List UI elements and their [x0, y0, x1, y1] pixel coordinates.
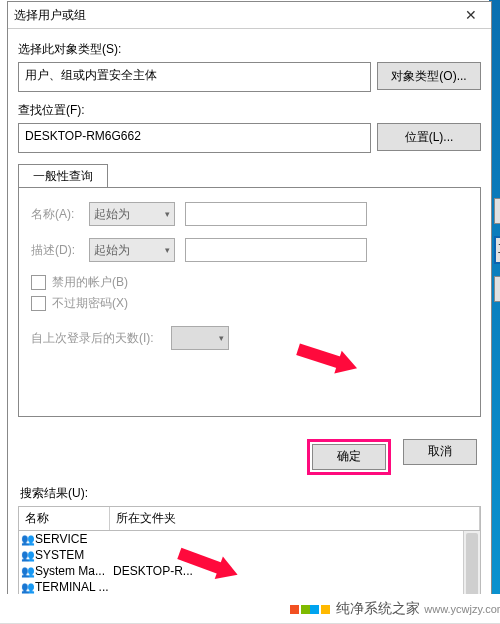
object-type-label: 选择此对象类型(S):: [18, 41, 481, 58]
column-folder[interactable]: 所在文件夹: [110, 507, 480, 530]
dialog-title: 选择用户或组: [8, 2, 86, 28]
disabled-accounts-checkbox[interactable]: 禁用的帐户(B): [31, 274, 468, 291]
select-user-dialog: 选择用户或组 ✕ 选择此对象类型(S): 用户、组或内置安全主体 对象类型(O)…: [7, 1, 492, 623]
desc-label: 描述(D):: [31, 242, 89, 259]
item-name: SERVICE: [35, 532, 113, 546]
list-item[interactable]: 👥SERVICE: [19, 531, 480, 547]
chevron-down-icon: ▾: [165, 209, 170, 219]
ok-button[interactable]: 确定: [312, 444, 386, 470]
find-now-button[interactable]: 立即查找(N): [494, 236, 500, 264]
name-mode-combo[interactable]: 起始为▾: [89, 202, 175, 226]
windows-logo-icon: [310, 605, 330, 614]
locations-button[interactable]: 位置(L)...: [377, 123, 481, 151]
column-name[interactable]: 名称: [19, 507, 110, 530]
no-expire-checkbox[interactable]: 不过期密码(X): [31, 295, 468, 312]
list-item[interactable]: 👥System Ma...DESKTOP-R...: [19, 563, 480, 579]
location-input[interactable]: DESKTOP-RM6G662: [18, 123, 371, 153]
stop-button[interactable]: 停止(T): [494, 276, 500, 302]
titlebar: 选择用户或组 ✕: [8, 2, 491, 29]
desc-input[interactable]: [185, 238, 367, 262]
item-name: TERMINAL ...: [35, 580, 113, 594]
location-label: 查找位置(F):: [18, 102, 481, 119]
object-type-input[interactable]: 用户、组或内置安全主体: [18, 62, 371, 92]
desc-mode-combo[interactable]: 起始为▾: [89, 238, 175, 262]
principal-icon: 👥: [21, 565, 35, 578]
cancel-button[interactable]: 取消: [403, 439, 477, 465]
days-since-logon-label: 自上次登录后的天数(I):: [31, 330, 171, 347]
watermark-url: www.ycwjzy.com: [424, 603, 500, 615]
item-name: SYSTEM: [35, 548, 113, 562]
name-label: 名称(A):: [31, 206, 89, 223]
days-combo[interactable]: ▾: [171, 326, 229, 350]
item-folder: DESKTOP-R...: [113, 564, 478, 578]
principal-icon: 👥: [21, 549, 35, 562]
close-icon[interactable]: ✕: [451, 2, 491, 28]
ok-highlight-box: 确定: [307, 439, 391, 475]
chevron-down-icon: ▾: [219, 333, 224, 343]
checkbox-icon: [31, 296, 46, 311]
columns-button[interactable]: 列(C)...: [494, 198, 500, 224]
principal-icon: 👥: [21, 581, 35, 594]
watermark-brand: 纯净系统之家: [336, 600, 420, 618]
tab-common-queries[interactable]: 一般性查询: [18, 164, 108, 188]
object-types-button[interactable]: 对象类型(O)...: [377, 62, 481, 90]
list-item[interactable]: 👥TERMINAL ...: [19, 579, 480, 595]
search-results-label: 搜索结果(U):: [20, 485, 481, 502]
chevron-down-icon: ▾: [165, 245, 170, 255]
list-item[interactable]: 👥SYSTEM: [19, 547, 480, 563]
windows-logo-icon: [290, 605, 310, 614]
checkbox-icon: [31, 275, 46, 290]
name-input[interactable]: [185, 202, 367, 226]
query-panel: 名称(A): 起始为▾ 描述(D): 起始为▾ 禁用的帐户(B): [18, 187, 481, 417]
results-header: 名称 所在文件夹: [18, 506, 481, 531]
item-name: System Ma...: [35, 564, 113, 578]
principal-icon: 👥: [21, 533, 35, 546]
watermark-footer: 纯净系统之家 www.ycwjzy.com: [0, 594, 500, 624]
